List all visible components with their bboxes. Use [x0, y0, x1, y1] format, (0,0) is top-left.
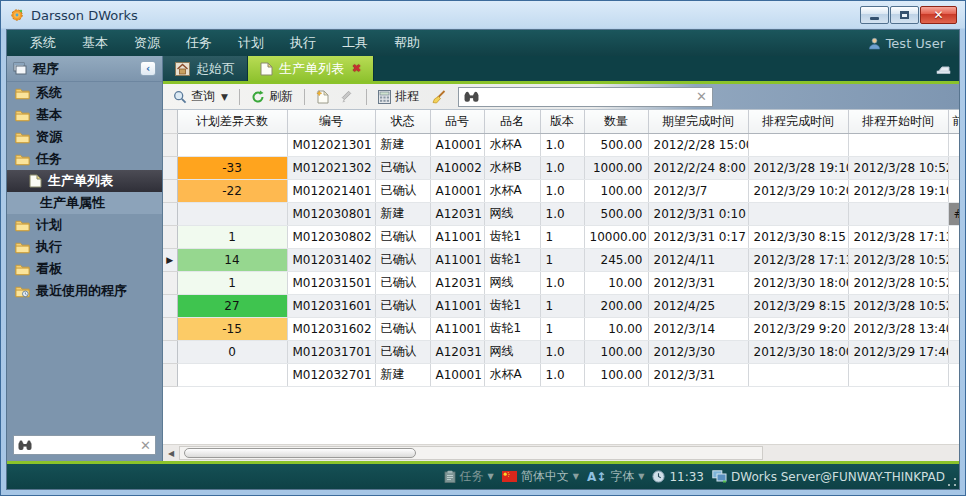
cell-itemno[interactable]: A10001	[430, 133, 484, 156]
cell-itemname[interactable]: 齿轮1	[484, 225, 540, 248]
cell-tail[interactable]	[948, 294, 959, 317]
cell-diff[interactable]: -22	[177, 179, 287, 202]
statusbar-font-menu[interactable]: A↕ 字体 ▼	[587, 468, 645, 485]
cell-tail[interactable]	[948, 340, 959, 363]
cell-sstart[interactable]	[848, 363, 948, 386]
cell-exp[interactable]: 2012/4/25	[648, 294, 748, 317]
sidebar-item-production-order-properties[interactable]: 生产单属性	[7, 192, 162, 214]
cell-tail[interactable]	[948, 133, 959, 156]
tab-list-icon[interactable]	[936, 63, 951, 75]
cell-status[interactable]: 已确认	[375, 156, 430, 179]
cell-itemno[interactable]: A11001	[430, 294, 484, 317]
cell-sfin[interactable]	[748, 363, 848, 386]
cell-sstart[interactable]: 2012/3/29 17:46	[848, 340, 948, 363]
toolbar-search-clear-icon[interactable]: ✕	[696, 90, 707, 103]
col-schedule-finish[interactable]: 排程完成时间	[748, 110, 848, 133]
menu-resource[interactable]: 资源	[121, 30, 173, 56]
cell-code[interactable]: M012030802	[287, 225, 375, 248]
row-header[interactable]	[163, 133, 177, 156]
cell-ver[interactable]: 1.0	[540, 179, 584, 202]
sidebar-collapse-button[interactable]: ‹	[140, 61, 156, 76]
table-row[interactable]: -22M012021401已确认A10001水杯A1.0100.002012/3…	[163, 179, 959, 202]
cell-itemname[interactable]: 网线	[484, 340, 540, 363]
menu-task[interactable]: 任务	[173, 30, 225, 56]
cell-diff[interactable]	[177, 363, 287, 386]
cell-sfin[interactable]: 2012/3/28 19:10	[748, 156, 848, 179]
cell-ver[interactable]: 1.0	[540, 340, 584, 363]
cell-code[interactable]: M012032701	[287, 363, 375, 386]
minimize-button[interactable]	[860, 6, 889, 24]
cell-code[interactable]: M012021302	[287, 156, 375, 179]
cell-tail[interactable]	[948, 156, 959, 179]
col-clipped[interactable]: 前	[948, 110, 959, 133]
cell-sfin[interactable]	[748, 202, 848, 225]
scrollbar-track[interactable]	[179, 446, 763, 460]
current-row-marker[interactable]: ▶	[163, 248, 177, 271]
cell-exp[interactable]: 2012/3/30	[648, 340, 748, 363]
cell-sfin[interactable]: 2012/3/29 10:20	[748, 179, 848, 202]
row-header[interactable]	[163, 156, 177, 179]
cell-sstart[interactable]	[848, 133, 948, 156]
cell-itemno[interactable]: A10002	[430, 156, 484, 179]
cell-qty[interactable]: 245.00	[584, 248, 648, 271]
col-schedule-start[interactable]: 排程开始时间	[848, 110, 948, 133]
menu-help[interactable]: 帮助	[381, 30, 433, 56]
refresh-button[interactable]: 刷新	[247, 86, 297, 107]
resize-grip[interactable]	[947, 477, 957, 487]
cell-sfin[interactable]: 2012/3/30 18:00	[748, 340, 848, 363]
cell-itemno[interactable]: A11001	[430, 248, 484, 271]
cell-status[interactable]: 新建	[375, 133, 430, 156]
table-row[interactable]: M012021301新建A10001水杯A1.0500.002012/2/28 …	[163, 133, 959, 156]
cell-exp[interactable]: 2012/2/24 8:00	[648, 156, 748, 179]
row-header[interactable]	[163, 317, 177, 340]
horizontal-scrollbar[interactable]: ◀	[163, 444, 959, 461]
cell-sfin[interactable]: 2012/3/30 18:00	[748, 271, 848, 294]
cell-status[interactable]: 已确认	[375, 248, 430, 271]
cell-tail[interactable]	[948, 271, 959, 294]
cell-ver[interactable]: 1.0	[540, 156, 584, 179]
cell-status[interactable]: 新建	[375, 363, 430, 386]
cell-exp[interactable]: 2012/3/31 0:17	[648, 225, 748, 248]
cell-exp[interactable]: 2012/3/14	[648, 317, 748, 340]
col-order-no[interactable]: 编号	[287, 110, 375, 133]
cell-qty[interactable]: 100.00	[584, 363, 648, 386]
cell-ver[interactable]: 1	[540, 248, 584, 271]
row-header[interactable]	[163, 202, 177, 225]
cell-itemno[interactable]: A12031	[430, 340, 484, 363]
table-row[interactable]: -33M012021302已确认A10002水杯B1.01000.002012/…	[163, 156, 959, 179]
cell-itemno[interactable]: A12031	[430, 202, 484, 225]
cell-qty[interactable]: 10.00	[584, 271, 648, 294]
col-item-no[interactable]: 品号	[430, 110, 484, 133]
maximize-button[interactable]	[890, 6, 919, 24]
cell-itemname[interactable]: 齿轮1	[484, 248, 540, 271]
table-row[interactable]: M012030801新建A12031网线1.0500.002012/3/31 0…	[163, 202, 959, 225]
cell-ver[interactable]: 1.0	[540, 363, 584, 386]
cell-itemname[interactable]: 水杯A	[484, 363, 540, 386]
cell-diff[interactable]: 1	[177, 271, 287, 294]
cell-sstart[interactable]: 2012/3/28 10:52	[848, 294, 948, 317]
cell-itemname[interactable]: 水杯A	[484, 179, 540, 202]
cell-diff[interactable]: 0	[177, 340, 287, 363]
cell-exp[interactable]: 2012/3/31	[648, 271, 748, 294]
cell-itemname[interactable]: 网线	[484, 271, 540, 294]
cell-status[interactable]: 已确认	[375, 340, 430, 363]
cell-itemno[interactable]: A10001	[430, 363, 484, 386]
cell-itemname[interactable]: 网线	[484, 202, 540, 225]
menu-system[interactable]: 系统	[17, 30, 69, 56]
menu-basic[interactable]: 基本	[69, 30, 121, 56]
cell-diff[interactable]: 14	[177, 248, 287, 271]
cell-diff[interactable]: 1	[177, 225, 287, 248]
cell-qty[interactable]: 500.00	[584, 133, 648, 156]
table-row[interactable]: 27M012031601已确认A11001齿轮11200.002012/4/25…	[163, 294, 959, 317]
cell-itemname[interactable]: 齿轮1	[484, 294, 540, 317]
cell-diff[interactable]: -15	[177, 317, 287, 340]
cell-code[interactable]: M012031402	[287, 248, 375, 271]
menu-tools[interactable]: 工具	[329, 30, 381, 56]
row-header[interactable]	[163, 225, 177, 248]
cell-diff[interactable]: 27	[177, 294, 287, 317]
cell-diff[interactable]: -33	[177, 156, 287, 179]
cell-sstart[interactable]: 2012/3/28 10:52	[848, 271, 948, 294]
sidebar-item-execute[interactable]: 执行	[7, 236, 162, 258]
row-header[interactable]	[163, 363, 177, 386]
cell-exp[interactable]: 2012/3/7	[648, 179, 748, 202]
